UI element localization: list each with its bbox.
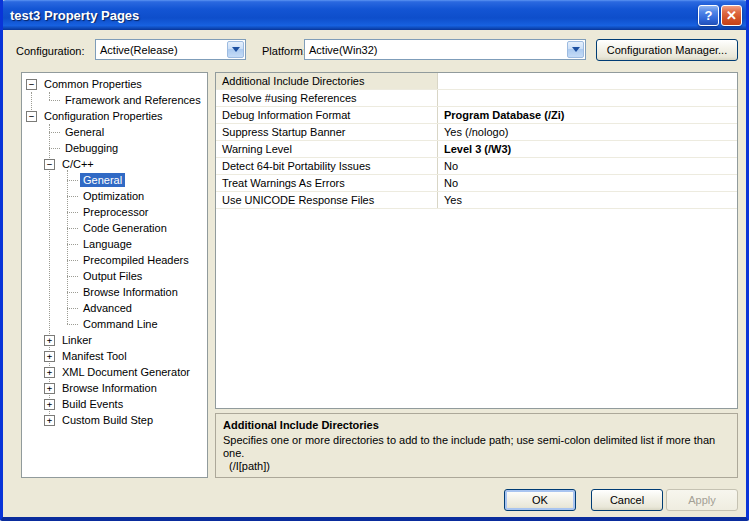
help-icon[interactable]: ? <box>698 5 719 26</box>
category-tree[interactable]: −Common PropertiesFramework and Referenc… <box>21 72 208 478</box>
collapse-icon[interactable]: − <box>44 159 55 170</box>
window-title: test3 Property Pages <box>0 8 698 23</box>
tree-item-general[interactable]: General <box>22 124 207 140</box>
description-body: Specifies one or more directories to add… <box>223 434 730 460</box>
tree-connector-line <box>49 100 60 101</box>
property-row-resolve-using-references[interactable]: Resolve #using References <box>216 90 737 107</box>
tree-item-xml-document-generator[interactable]: +XML Document Generator <box>22 364 207 380</box>
tree-connector-line <box>67 228 78 229</box>
property-row-warning-level[interactable]: Warning LevelLevel 3 (/W3) <box>216 141 737 158</box>
tree-item-browse-information[interactable]: +Browse Information <box>22 380 207 396</box>
tree-item-configuration-properties[interactable]: −Configuration Properties <box>22 108 207 124</box>
tree-item-advanced[interactable]: Advanced <box>22 300 207 316</box>
configuration-dropdown-arrow[interactable] <box>227 41 244 58</box>
tree-connector-line <box>67 180 78 181</box>
property-name[interactable]: Treat Warnings As Errors <box>216 175 438 191</box>
configuration-dropdown[interactable]: Active(Release) <box>95 39 246 60</box>
tree-item-custom-build-step[interactable]: +Custom Build Step <box>22 412 207 428</box>
tree-item-manifest-tool[interactable]: +Manifest Tool <box>22 348 207 364</box>
property-name[interactable]: Warning Level <box>216 141 438 157</box>
property-row-debug-information-format[interactable]: Debug Information FormatProgram Database… <box>216 107 737 124</box>
chevron-down-icon <box>232 47 240 52</box>
tree-item-c-c[interactable]: −C/C++ <box>22 156 207 172</box>
expand-icon[interactable]: + <box>44 351 55 362</box>
description-panel: Additional Include Directories Specifies… <box>215 413 738 478</box>
tree-item-build-events[interactable]: +Build Events <box>22 396 207 412</box>
collapse-icon[interactable]: − <box>26 79 37 90</box>
tree-connector-line <box>67 260 78 261</box>
tree-item-browse-information[interactable]: Browse Information <box>22 284 207 300</box>
tree-item-language[interactable]: Language <box>22 236 207 252</box>
apply-button[interactable]: Apply <box>666 489 738 511</box>
tree-item-label: Preprocessor <box>80 205 151 219</box>
property-row-use-unicode-response-files[interactable]: Use UNICODE Response FilesYes <box>216 192 737 209</box>
tree-item-precompiled-headers[interactable]: Precompiled Headers <box>22 252 207 268</box>
tree-item-general[interactable]: General <box>22 172 207 188</box>
tree-item-linker[interactable]: +Linker <box>22 332 207 348</box>
tree-connector-line <box>49 148 60 149</box>
expand-icon[interactable]: + <box>44 383 55 394</box>
platform-dropdown[interactable]: Active(Win32) <box>304 39 586 60</box>
property-row-detect-64-bit-portability-issues[interactable]: Detect 64-bit Portability IssuesNo <box>216 158 737 175</box>
chevron-down-icon <box>572 47 580 52</box>
property-name[interactable]: Debug Information Format <box>216 107 438 123</box>
tree-item-label: General <box>62 125 107 139</box>
tree-item-code-generation[interactable]: Code Generation <box>22 220 207 236</box>
property-name[interactable]: Use UNICODE Response Files <box>216 192 438 208</box>
tree-item-output-files[interactable]: Output Files <box>22 268 207 284</box>
property-value[interactable] <box>438 90 737 106</box>
collapse-icon[interactable]: − <box>26 111 37 122</box>
tree-connector-line <box>67 276 78 277</box>
property-row-suppress-startup-banner[interactable]: Suppress Startup BannerYes (/nologo) <box>216 124 737 141</box>
tree-item-label: Custom Build Step <box>59 413 156 427</box>
property-row-treat-warnings-as-errors[interactable]: Treat Warnings As ErrorsNo <box>216 175 737 192</box>
ok-button[interactable]: OK <box>504 489 576 511</box>
expand-icon[interactable]: + <box>44 335 55 346</box>
property-value[interactable]: Yes (/nologo) <box>438 124 737 140</box>
tree-item-label: Manifest Tool <box>59 349 130 363</box>
tree-connector-line <box>67 244 78 245</box>
property-value[interactable]: No <box>438 158 737 174</box>
titlebar-buttons: ? ✕ <box>698 5 749 26</box>
tree-item-command-line[interactable]: Command Line <box>22 316 207 332</box>
tree-item-label: XML Document Generator <box>59 365 193 379</box>
property-value[interactable]: Program Database (/Zi) <box>438 107 737 123</box>
property-name[interactable]: Resolve #using References <box>216 90 438 106</box>
property-value[interactable] <box>438 73 737 89</box>
property-value[interactable]: Level 3 (/W3) <box>438 141 737 157</box>
tree-item-label: Browse Information <box>80 285 181 299</box>
property-pages-dialog: test3 Property Pages ? ✕ Configuration: … <box>0 0 749 521</box>
expand-icon[interactable]: + <box>44 399 55 410</box>
titlebar[interactable]: test3 Property Pages ? ✕ <box>0 0 749 30</box>
property-grid[interactable]: Additional Include DirectoriesResolve #u… <box>215 72 738 409</box>
property-row-additional-include-directories[interactable]: Additional Include Directories <box>216 73 737 90</box>
property-value[interactable]: Yes <box>438 192 737 208</box>
tree-item-label: Build Events <box>59 397 126 411</box>
property-value[interactable]: No <box>438 175 737 191</box>
expand-icon[interactable]: + <box>44 367 55 378</box>
close-icon[interactable]: ✕ <box>721 5 742 26</box>
tree-item-label: C/C++ <box>59 157 97 171</box>
tree-item-label: Output Files <box>80 269 145 283</box>
property-name[interactable]: Additional Include Directories <box>216 73 438 89</box>
tree-item-common-properties[interactable]: −Common Properties <box>22 76 207 92</box>
tree-item-label: Common Properties <box>41 77 145 91</box>
platform-dropdown-arrow[interactable] <box>567 41 584 58</box>
expand-icon[interactable]: + <box>44 415 55 426</box>
tree-item-label: Linker <box>59 333 95 347</box>
tree-item-framework-and-references[interactable]: Framework and References <box>22 92 207 108</box>
tree-item-preprocessor[interactable]: Preprocessor <box>22 204 207 220</box>
tree-item-label: Code Generation <box>80 221 170 235</box>
tree-item-label: Configuration Properties <box>41 109 166 123</box>
property-name[interactable]: Suppress Startup Banner <box>216 124 438 140</box>
tree-connector-line <box>67 292 78 293</box>
configuration-label: Configuration: <box>16 44 85 58</box>
tree-connector-line <box>49 132 60 133</box>
property-name[interactable]: Detect 64-bit Portability Issues <box>216 158 438 174</box>
tree-item-label: Debugging <box>62 141 121 155</box>
tree-item-debugging[interactable]: Debugging <box>22 140 207 156</box>
configuration-manager-button[interactable]: Configuration Manager... <box>596 39 738 61</box>
cancel-button[interactable]: Cancel <box>591 489 663 511</box>
tree-item-optimization[interactable]: Optimization <box>22 188 207 204</box>
tree-item-label: Optimization <box>80 189 147 203</box>
